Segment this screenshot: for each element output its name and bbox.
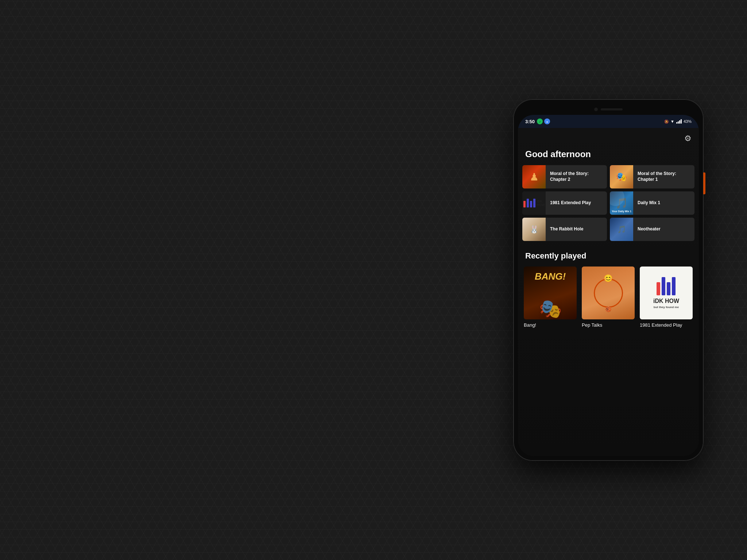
recent-art-pep: 😊 🏀 xyxy=(582,267,635,319)
spotify-status-icon xyxy=(537,118,543,124)
phone-outer-shell: 3:50 🔕 ▼ 43% xyxy=(514,100,703,460)
quick-item-rabbit[interactable]: The Rabbit Hole xyxy=(522,218,607,241)
status-right: 🔕 ▼ 43% xyxy=(664,119,692,124)
sig-bar-4 xyxy=(681,119,682,124)
mute-icon: 🔕 xyxy=(664,120,669,124)
status-app-icons xyxy=(537,118,550,124)
phone-top-bar xyxy=(518,104,699,115)
recent-item-bang[interactable]: BANG! 🎭 Bang! xyxy=(524,267,577,328)
bang-figure: 🎭 xyxy=(539,298,562,319)
recent-name-pep: Pep Talks xyxy=(582,322,635,328)
phone-device: 3:50 🔕 ▼ 43% xyxy=(514,100,703,460)
quick-thumb-moral1 xyxy=(610,165,633,188)
wifi-icon: ▼ xyxy=(670,119,674,124)
recent-item-pep[interactable]: 😊 🏀 Pep Talks xyxy=(582,267,635,328)
greeting-text: Good afternoon xyxy=(518,146,699,165)
quick-thumb-rabbit xyxy=(522,218,546,241)
idk-bars-small xyxy=(523,199,535,207)
settings-row: ⚙ xyxy=(518,128,699,146)
idk-logo: iDK HOW but they found me xyxy=(653,277,679,309)
pep-court: 😊 🏀 xyxy=(582,267,635,319)
bang-text: BANG! xyxy=(524,271,577,282)
quick-label-neo: Neotheater xyxy=(633,226,665,232)
main-content: ⚙ Good afternoon Moral of the Story: Cha… xyxy=(518,128,699,456)
quick-thumb-moral2 xyxy=(522,165,546,188)
maps-status-icon xyxy=(544,118,550,124)
status-left: 3:50 xyxy=(525,118,550,124)
quick-thumb-idk: iDKHOW xyxy=(522,191,546,215)
recent-name-idk: 1981 Extended Play xyxy=(640,322,693,328)
recently-played-title: Recently played xyxy=(518,248,699,267)
idk-text: iDK HOW xyxy=(653,298,679,304)
phone-screen: 3:50 🔕 ▼ 43% xyxy=(518,115,699,456)
status-bar: 3:50 🔕 ▼ 43% xyxy=(518,115,699,128)
recent-name-bang: Bang! xyxy=(524,322,577,328)
speaker-grille xyxy=(601,108,623,110)
quick-item-idk[interactable]: iDKHOW 1981 Extended Play xyxy=(522,191,607,215)
quick-item-neo[interactable]: Neotheater xyxy=(610,218,694,241)
quick-thumb-neo xyxy=(610,218,633,241)
quick-label-moral1: Moral of the Story: Chapter 1 xyxy=(633,171,694,182)
quick-label-daily: Daily Mix 1 xyxy=(633,200,665,206)
sig-bar-1 xyxy=(676,122,677,124)
quick-label-rabbit: The Rabbit Hole xyxy=(546,226,588,232)
recently-played-scroll: BANG! 🎭 Bang! 😊 🏀 xyxy=(518,267,699,328)
sig-bar-3 xyxy=(679,120,680,124)
daily-mix-label: Your Daily Mix 1 xyxy=(610,210,633,213)
idk-bars-large xyxy=(657,277,676,295)
recent-item-idk[interactable]: iDK HOW but they found me 1981 Extended … xyxy=(640,267,693,328)
battery-percent: 43% xyxy=(684,119,692,124)
idk-sub: but they found me xyxy=(654,306,679,309)
pep-circle xyxy=(594,279,623,308)
quick-item-daily[interactable]: 🎵 Your Daily Mix 1 Daily Mix 1 xyxy=(610,191,694,215)
quick-label-idk: 1981 Extended Play xyxy=(546,200,595,206)
sig-bar-2 xyxy=(678,121,679,124)
front-camera xyxy=(594,108,598,111)
settings-button[interactable]: ⚙ xyxy=(684,134,692,143)
signal-bars xyxy=(676,119,682,124)
recent-art-bang: BANG! 🎭 xyxy=(524,267,577,319)
quick-item-moral1[interactable]: Moral of the Story: Chapter 1 xyxy=(610,165,694,188)
status-time: 3:50 xyxy=(525,119,535,124)
quick-thumb-daily: 🎵 Your Daily Mix 1 xyxy=(610,191,633,215)
quick-picks-grid: Moral of the Story: Chapter 2 Moral of t… xyxy=(518,165,699,241)
recent-art-idk: iDK HOW but they found me xyxy=(640,267,693,319)
quick-item-moral2[interactable]: Moral of the Story: Chapter 2 xyxy=(522,165,607,188)
quick-label-moral2: Moral of the Story: Chapter 2 xyxy=(546,171,607,182)
